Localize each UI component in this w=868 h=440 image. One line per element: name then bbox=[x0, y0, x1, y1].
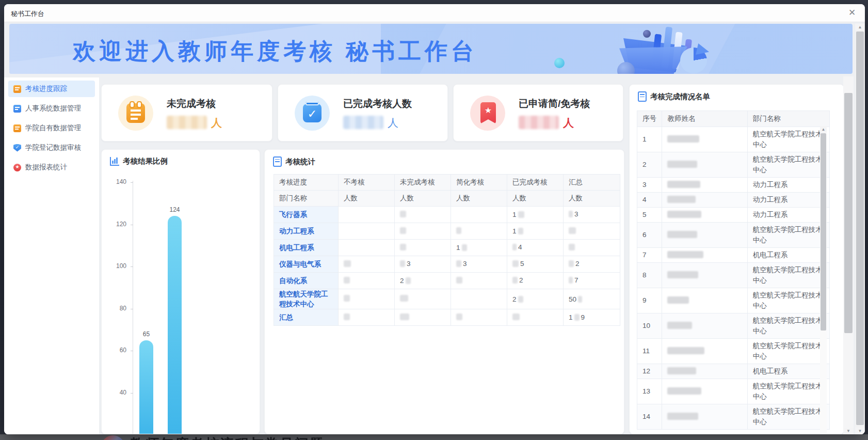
censored-cell bbox=[456, 313, 462, 320]
roster-no-cell: 12 bbox=[637, 364, 662, 379]
stats-row: 仪器与电气系3352 bbox=[274, 256, 620, 273]
secretary-workbench-window: 秘书工作台 ✕ 欢迎进入教师年度考核 秘书工作台 考核进度跟踪人事系统数据管理学… bbox=[4, 4, 865, 434]
stat-card-value: 人 bbox=[343, 116, 412, 129]
roster-no-cell: 9 bbox=[637, 288, 662, 313]
screen: { "window": { "title": "秘书工作台", "close_l… bbox=[0, 0, 868, 440]
stats-header-cell: 人数 bbox=[339, 191, 395, 207]
censored-cell bbox=[569, 227, 576, 234]
censored-cell: 4 bbox=[512, 243, 522, 251]
roster-no-cell: 3 bbox=[637, 178, 662, 193]
close-icon[interactable]: ✕ bbox=[845, 7, 859, 19]
chart-bar bbox=[168, 216, 182, 434]
censored-cell: 1 bbox=[512, 211, 524, 218]
y-tick-label: 40 bbox=[109, 389, 126, 396]
censored-blob bbox=[456, 277, 462, 284]
window-scroll-down-icon[interactable]: ▼ bbox=[855, 428, 865, 434]
stats-value-cell bbox=[339, 289, 395, 309]
stats-panel-header: 考核统计 bbox=[273, 156, 315, 167]
roster-no-cell: 11 bbox=[637, 339, 662, 364]
roster-row: 1航空航天学院工程技术中心 bbox=[637, 127, 830, 152]
roster-name-cell bbox=[662, 178, 747, 193]
visible-digit: 2 bbox=[400, 277, 404, 285]
censored-blob bbox=[406, 277, 411, 284]
censored-cell bbox=[400, 244, 406, 250]
censored-cell bbox=[344, 295, 350, 302]
window-scroll-up-icon[interactable]: ▲ bbox=[855, 24, 865, 30]
censored-blob bbox=[344, 260, 351, 267]
roster-row: 4动力工程系 bbox=[637, 193, 830, 208]
censored-value-blob bbox=[519, 116, 559, 129]
sphere-decoration bbox=[643, 30, 651, 38]
roster-dept-cell: 动力工程系 bbox=[747, 178, 829, 193]
sidebar-item-5[interactable]: 数据报表统计 bbox=[8, 159, 95, 176]
censored-name-blob bbox=[667, 181, 700, 188]
stat-card-1: 未完成考核人 bbox=[101, 84, 272, 142]
roster-no-cell: 13 bbox=[637, 379, 662, 404]
content-scroll-down-icon[interactable]: ▼ bbox=[843, 428, 854, 434]
censored-blob bbox=[344, 313, 350, 320]
y-tick-label: 140 bbox=[109, 178, 126, 185]
roster-name-cell bbox=[662, 152, 747, 178]
censored-blob bbox=[456, 313, 462, 320]
stats-value-cell: 3 bbox=[564, 207, 620, 223]
sidebar-item-label: 学院登记数据审核 bbox=[25, 143, 81, 152]
window-scrollbar[interactable]: ▲ ▼ bbox=[855, 24, 865, 434]
roster-scroll-up-icon[interactable]: ▲ bbox=[820, 126, 827, 133]
censored-cell bbox=[569, 244, 575, 250]
stats-value-cell bbox=[451, 289, 507, 309]
y-tick-mark bbox=[131, 351, 133, 351]
stats-value-cell bbox=[339, 309, 395, 326]
roster-name-cell bbox=[662, 208, 747, 223]
completion-roster-table: 序号教师姓名部门名称 1航空航天学院工程技术中心2航空航天学院工程技术中心3动力… bbox=[637, 111, 830, 430]
roster-row: 3动力工程系 bbox=[637, 178, 830, 193]
sidebar-item-3[interactable]: 学院自有数据管理 bbox=[8, 120, 95, 136]
censored-name-blob bbox=[667, 135, 699, 143]
censored-value-blob bbox=[167, 116, 207, 129]
stats-dept-cell: 航空航天学院工程技术中心 bbox=[274, 289, 339, 309]
visible-digit: 2 bbox=[575, 260, 580, 268]
stats-header-cell: 考核进度 bbox=[274, 175, 339, 191]
roster-dept-cell: 航空航天学院工程技术中心 bbox=[747, 313, 829, 339]
stats-value-cell bbox=[339, 240, 395, 256]
stats-value-cell: 3 bbox=[451, 256, 507, 273]
chart-bar-value-label: 124 bbox=[168, 206, 182, 213]
visible-digit: 2 bbox=[519, 276, 523, 284]
y-tick-mark bbox=[131, 182, 133, 183]
roster-no-cell: 14 bbox=[637, 404, 662, 430]
stat-card-icon bbox=[470, 96, 505, 131]
roster-no-cell: 1 bbox=[637, 127, 662, 152]
censored-cell bbox=[512, 313, 520, 320]
stat-card-title: 已申请简/免考核 bbox=[519, 97, 590, 111]
censored-blob bbox=[456, 227, 461, 234]
roster-dept-cell: 航空航天学院工程技术中心 bbox=[747, 379, 829, 404]
censored-blob bbox=[400, 260, 405, 267]
sidebar-item-1[interactable]: 考核进度跟踪 bbox=[8, 81, 95, 97]
stats-row: 自动化系227 bbox=[274, 273, 620, 289]
cg-bm-icon bbox=[480, 102, 496, 124]
censored-cell: 3 bbox=[569, 210, 578, 218]
stats-value-cell bbox=[395, 207, 451, 223]
stats-row: 航空航天学院工程技术中心250 bbox=[274, 289, 620, 309]
visible-digit: 3 bbox=[574, 210, 578, 218]
roster-name-cell bbox=[662, 404, 747, 430]
dimmed-backdrop-strip: 教师年度考核流程与常见问题 bbox=[0, 434, 868, 440]
censored-cell bbox=[344, 277, 350, 284]
stat-card-title: 未完成考核 bbox=[167, 97, 222, 111]
window-scrollbar-thumb[interactable] bbox=[856, 32, 864, 425]
sidebar-item-4[interactable]: 学院登记数据审核 bbox=[8, 139, 95, 156]
censored-blob bbox=[456, 260, 461, 267]
censored-blob bbox=[512, 244, 517, 250]
roster-name-cell bbox=[662, 127, 747, 152]
censored-name-blob bbox=[667, 387, 701, 395]
stats-value-cell bbox=[451, 309, 507, 326]
roster-scrollbar[interactable]: ▲ bbox=[820, 126, 827, 434]
roster-row: 8航空航天学院工程技术中心 bbox=[637, 263, 830, 288]
content-scrollbar[interactable]: ▼ bbox=[843, 76, 854, 434]
sidebar-item-2[interactable]: 人事系统数据管理 bbox=[8, 100, 95, 117]
roster-row: 12机电工程系 bbox=[637, 364, 830, 379]
visible-digit: 1 bbox=[512, 227, 517, 235]
roster-dept-cell: 航空航天学院工程技术中心 bbox=[747, 339, 829, 364]
content-scrollbar-thumb[interactable] bbox=[844, 93, 853, 333]
roster-scrollbar-thumb[interactable] bbox=[821, 133, 826, 331]
roster-header-cell: 部门名称 bbox=[747, 111, 829, 127]
